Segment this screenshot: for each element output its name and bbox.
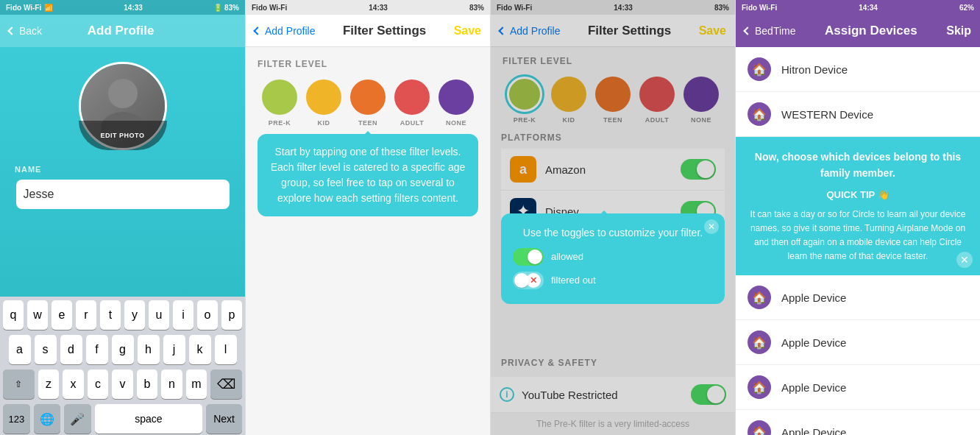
label-kid: KID xyxy=(318,119,330,127)
panel-add-profile: Fido Wi-Fi 📶 14:33 🔋 83% Back Add Profil… xyxy=(0,0,245,435)
key-y[interactable]: y xyxy=(124,300,145,330)
nav-bar-4: BedTime Assign Devices Skip xyxy=(736,15,980,47)
key-d[interactable]: d xyxy=(60,335,82,364)
circle-kid xyxy=(306,79,341,115)
filter-circle-kid[interactable]: KID xyxy=(306,79,341,127)
key-q[interactable]: q xyxy=(3,300,24,330)
key-delete[interactable]: ⌫ xyxy=(210,369,242,399)
device-row-western[interactable]: 🏠 WESTERN Device xyxy=(736,92,980,137)
filter-circle-teen[interactable]: TEEN xyxy=(350,79,386,127)
key-numbers[interactable]: 123 xyxy=(3,404,30,434)
key-z[interactable]: z xyxy=(38,369,60,399)
key-m[interactable]: m xyxy=(186,369,207,399)
nav-title-4: Assign Devices xyxy=(825,24,917,38)
status-bar-4: Fido Wi-Fi 14:34 62% xyxy=(736,0,980,15)
svg-point-0 xyxy=(108,79,138,108)
skip-button[interactable]: Skip xyxy=(946,24,971,38)
filter-circle-adult[interactable]: ADULT xyxy=(394,79,430,127)
key-next[interactable]: Next xyxy=(206,404,242,434)
key-l[interactable]: l xyxy=(215,335,237,364)
key-p[interactable]: p xyxy=(221,300,242,330)
avatar-container[interactable]: EDIT PHOTO xyxy=(79,62,167,150)
edit-photo-overlay[interactable]: EDIT PHOTO xyxy=(79,121,167,150)
battery-2: 83% xyxy=(469,4,484,12)
key-h[interactable]: h xyxy=(138,335,160,364)
key-t[interactable]: t xyxy=(100,300,121,330)
time-2: 14:33 xyxy=(369,4,388,12)
filter-circles-2: PRE-K KID TEEN ADULT NONE xyxy=(258,79,478,127)
key-i[interactable]: i xyxy=(173,300,193,330)
back-button-1[interactable]: Back xyxy=(9,25,42,37)
key-o[interactable]: o xyxy=(197,300,218,330)
key-s[interactable]: s xyxy=(35,335,57,364)
key-j[interactable]: j xyxy=(163,335,185,364)
key-v[interactable]: v xyxy=(112,369,133,399)
nav-bar-2: Add Profile Filter Settings Save xyxy=(246,15,490,47)
wifi-icon: 📶 xyxy=(44,4,53,12)
status-right-1: 🔋 83% xyxy=(213,4,239,12)
filter-level-title-2: FILTER LEVEL xyxy=(258,59,478,69)
nav-title-2: Filter Settings xyxy=(343,24,426,38)
device-name-apple-2: Apple Device xyxy=(781,336,968,349)
device-row-apple-3[interactable]: 🏠 Apple Device xyxy=(736,365,980,410)
status-bar-1: Fido Wi-Fi 📶 14:33 🔋 83% xyxy=(0,0,245,15)
back-button-4[interactable]: BedTime xyxy=(745,25,796,37)
filtered-toggle[interactable]: ✕ xyxy=(513,272,544,289)
status-right-4: 62% xyxy=(959,4,974,12)
battery-4: 62% xyxy=(959,4,974,12)
device-row-hitron[interactable]: 🏠 Hitron Device xyxy=(736,47,980,92)
key-emoji[interactable]: 🌐 xyxy=(34,404,61,434)
circle-none xyxy=(438,79,474,115)
key-e[interactable]: e xyxy=(52,300,72,330)
back-button-2[interactable]: Add Profile xyxy=(255,25,315,37)
device-row-apple-4[interactable]: 🏠 Apple Device xyxy=(736,410,980,435)
label-adult: ADULT xyxy=(400,119,424,127)
device-row-apple-2[interactable]: 🏠 Apple Device xyxy=(736,320,980,365)
key-n[interactable]: n xyxy=(161,369,182,399)
key-w[interactable]: w xyxy=(27,300,48,330)
chevron-left-icon-4 xyxy=(743,26,751,35)
device-name-hitron: Hitron Device xyxy=(781,63,968,76)
back-label-4: BedTime xyxy=(755,25,796,37)
device-name-apple-3: Apple Device xyxy=(781,381,968,394)
key-space[interactable]: space xyxy=(95,404,202,434)
key-c[interactable]: c xyxy=(88,369,109,399)
keyboard-row-4: 123 🌐 🎤 space Next xyxy=(0,400,245,435)
assign-tooltip-close[interactable]: ✕ xyxy=(956,252,973,268)
chevron-left-icon-2 xyxy=(253,26,261,35)
key-f[interactable]: f xyxy=(86,335,108,364)
key-a[interactable]: a xyxy=(9,335,31,364)
name-label: NAME xyxy=(15,165,41,174)
device-icon-apple-1: 🏠 xyxy=(748,286,771,309)
toggle-tooltip: ✕ Use the toggles to customize your filt… xyxy=(501,213,725,304)
name-input[interactable] xyxy=(16,180,230,209)
panel-assign-devices: Fido Wi-Fi 14:34 62% BedTime Assign Devi… xyxy=(735,0,980,435)
device-icon-western: 🏠 xyxy=(748,102,771,126)
key-mic[interactable]: 🎤 xyxy=(64,404,91,434)
assign-tooltip-body: It can take a day or so for Circle to le… xyxy=(748,208,968,264)
status-left-2: Fido Wi-Fi xyxy=(252,4,287,12)
key-r[interactable]: r xyxy=(76,300,96,330)
allowed-label: allowed xyxy=(551,250,583,264)
key-k[interactable]: k xyxy=(189,335,211,364)
key-g[interactable]: g xyxy=(112,335,134,364)
nav-bar-1: Back Add Profile xyxy=(0,15,245,47)
keyboard-row-2: a s d f g h j k l xyxy=(0,331,245,366)
key-x[interactable]: x xyxy=(63,369,84,399)
filter-tooltip-2: Start by tapping one of these filter lev… xyxy=(258,134,478,216)
allowed-toggle[interactable] xyxy=(513,248,544,266)
device-icon-apple-4: 🏠 xyxy=(748,420,771,435)
filter-circle-none[interactable]: NONE xyxy=(438,79,474,127)
device-row-apple-1[interactable]: 🏠 Apple Device xyxy=(736,275,980,320)
key-shift[interactable]: ⇧ xyxy=(3,369,35,399)
save-button-2[interactable]: Save xyxy=(454,24,481,38)
key-b[interactable]: b xyxy=(137,369,158,399)
device-name-apple-4: Apple Device xyxy=(781,426,968,435)
tooltip-close-3[interactable]: ✕ xyxy=(704,219,719,234)
circle-teen xyxy=(350,79,386,115)
assign-tooltip-title: Now, choose which devices belong to this… xyxy=(748,149,968,182)
panel-filter-settings-3: Fido Wi-Fi 14:33 83% Add Profile Filter … xyxy=(490,0,735,435)
key-u[interactable]: u xyxy=(149,300,169,330)
filter-circle-prek[interactable]: PRE-K xyxy=(262,79,297,127)
keyboard-row-3: ⇧ z x c v b n m ⌫ xyxy=(0,366,245,400)
